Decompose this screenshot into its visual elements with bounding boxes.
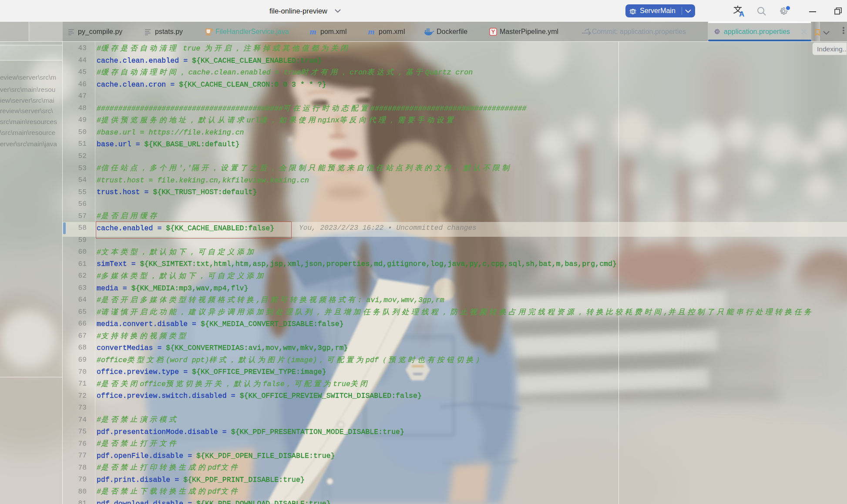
svg-text:A: A — [739, 10, 744, 17]
